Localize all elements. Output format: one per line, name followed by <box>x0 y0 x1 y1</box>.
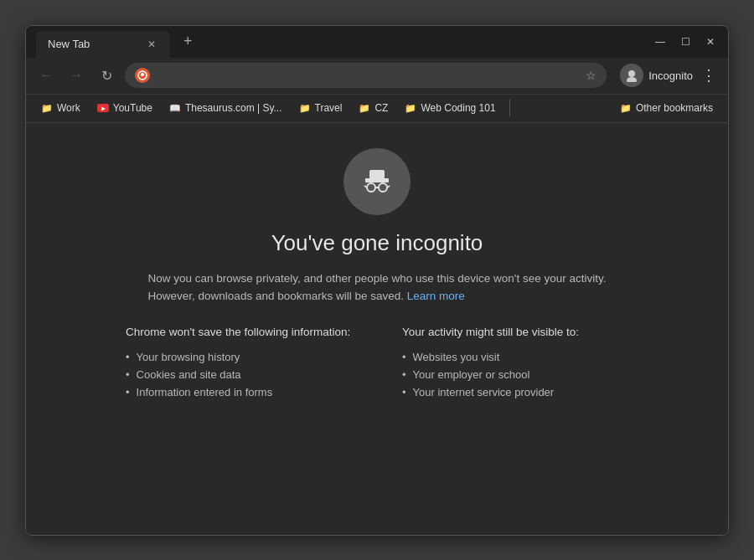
bookmark-thesaurus[interactable]: 📖 Thesaurus.com | Sy... <box>163 99 289 117</box>
title-bar: New Tab ✕ + — ☐ ✕ <box>26 26 728 58</box>
bookmark-star-icon[interactable]: ☆ <box>586 69 596 82</box>
info-columns: Chrome won't save the following informat… <box>126 326 628 401</box>
bookmarks-bar: 📁 Work YouTube 📖 Thesaurus.com | Sy... 📁… <box>26 95 728 123</box>
svg-point-8 <box>367 183 375 192</box>
svg-point-9 <box>379 183 387 192</box>
desc-line2: However, downloads and bookmarks will be… <box>148 290 404 302</box>
chrome-wont-save-list: Your browsing history Cookies and site d… <box>126 348 352 401</box>
list-item-isp-text: Your internet service provider <box>413 386 555 398</box>
svg-rect-7 <box>369 170 385 179</box>
list-item-forms-text: Information entered in forms <box>137 386 273 398</box>
url-input[interactable] <box>157 69 579 82</box>
bookmark-thesaurus-icon: 📖 <box>169 102 181 114</box>
close-button[interactable]: ✕ <box>703 34 718 49</box>
bookmark-travel[interactable]: 📁 Travel <box>292 99 349 117</box>
nav-bar: ← → ↻ ☆ Incognito ⋮ <box>26 58 728 95</box>
incognito-area: Incognito ⋮ <box>620 63 720 88</box>
list-item-isp: Your internet service provider <box>402 383 628 401</box>
list-item-websites-text: Websites you visit <box>413 351 500 363</box>
bookmark-cz[interactable]: 📁 CZ <box>352 99 395 117</box>
bookmark-cz-label: CZ <box>374 102 388 114</box>
bookmark-youtube-label: YouTube <box>113 102 152 114</box>
active-tab[interactable]: New Tab ✕ <box>36 31 170 58</box>
bookmark-webcode-icon: 📁 <box>405 102 416 114</box>
duckduckgo-icon <box>135 68 150 83</box>
bookmark-cz-icon: 📁 <box>359 102 370 114</box>
bookmark-work[interactable]: 📁 Work <box>34 99 87 117</box>
window-controls: — ☐ ✕ <box>653 34 718 49</box>
activity-visible-list: Websites you visit Your employer or scho… <box>402 348 628 401</box>
bookmarks-separator <box>509 100 510 116</box>
tab-close-button[interactable]: ✕ <box>145 38 158 51</box>
refresh-button[interactable]: ↻ <box>95 64 118 87</box>
list-item-browsing-history: Your browsing history <box>126 348 352 366</box>
bookmark-work-icon: 📁 <box>41 102 53 114</box>
tab-label: New Tab <box>48 38 90 50</box>
bookmark-youtube-icon <box>97 102 109 114</box>
bookmark-thesaurus-label: Thesaurus.com | Sy... <box>185 102 282 114</box>
activity-visible-title: Your activity might still be visible to: <box>402 326 628 338</box>
minimize-button[interactable]: — <box>653 34 668 49</box>
bookmark-other-icon: 📁 <box>620 102 632 114</box>
incognito-mascot <box>343 148 411 215</box>
bookmark-webcode[interactable]: 📁 Web Coding 101 <box>398 99 502 117</box>
activity-visible-column: Your activity might still be visible to:… <box>402 326 628 401</box>
svg-point-1 <box>141 73 144 76</box>
maximize-button[interactable]: ☐ <box>678 34 693 49</box>
svg-point-3 <box>627 77 637 82</box>
new-tab-button[interactable]: + <box>177 31 199 52</box>
svg-point-2 <box>628 70 635 77</box>
list-item-browsing-history-text: Your browsing history <box>137 351 240 363</box>
chrome-wont-save-column: Chrome won't save the following informat… <box>126 326 352 401</box>
list-item-websites: Websites you visit <box>402 348 628 366</box>
incognito-description: Now you can browse privately, and other … <box>148 270 607 306</box>
bookmark-other-label: Other bookmarks <box>636 102 713 114</box>
learn-more-link[interactable]: Learn more <box>407 290 465 302</box>
chrome-wont-save-title: Chrome won't save the following informat… <box>126 326 352 338</box>
bookmark-youtube[interactable]: YouTube <box>90 99 159 117</box>
desc-line1: Now you can browse privately, and other … <box>148 272 607 285</box>
forward-button[interactable]: → <box>65 64 88 87</box>
list-item-forms: Information entered in forms <box>126 383 352 401</box>
list-item-employer-text: Your employer or school <box>413 368 530 381</box>
list-item-employer: Your employer or school <box>402 366 628 383</box>
incognito-label: Incognito <box>648 69 693 82</box>
bookmark-travel-icon: 📁 <box>299 102 311 114</box>
list-item-cookies: Cookies and site data <box>126 366 352 383</box>
address-bar[interactable]: ☆ <box>125 63 607 88</box>
bookmark-webcode-label: Web Coding 101 <box>421 102 495 114</box>
bookmark-other[interactable]: 📁 Other bookmarks <box>613 99 720 117</box>
incognito-title: You've gone incognito <box>271 230 483 256</box>
incognito-avatar <box>620 64 643 87</box>
list-item-cookies-text: Cookies and site data <box>137 368 241 381</box>
bookmark-work-label: Work <box>57 102 80 114</box>
back-button[interactable]: ← <box>34 64 58 87</box>
browser-window: New Tab ✕ + — ☐ ✕ ← → ↻ ☆ <box>25 25 729 536</box>
browser-menu-button[interactable]: ⋮ <box>698 63 720 88</box>
bookmark-travel-label: Travel <box>315 102 343 114</box>
main-content: You've gone incognito Now you can browse… <box>26 123 728 535</box>
